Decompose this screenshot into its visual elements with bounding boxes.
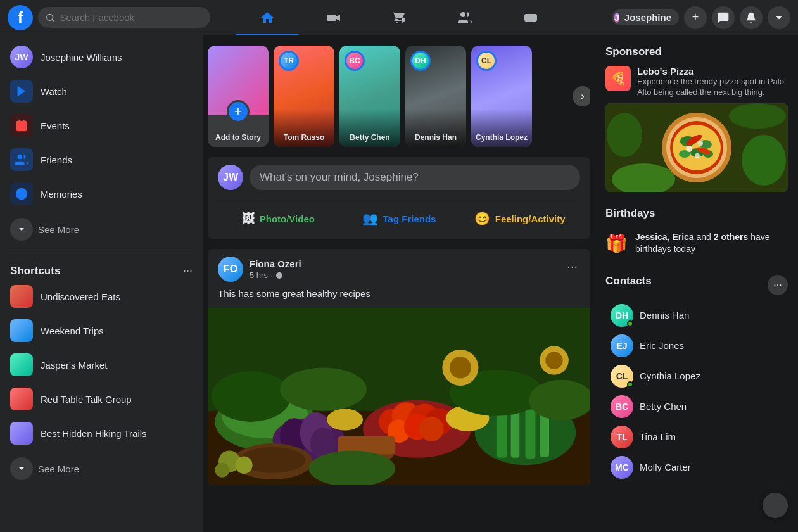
story-card-cynthia[interactable]: CL Cynthia Lopez xyxy=(471,46,532,147)
photo-video-icon: 🖼 xyxy=(242,212,255,226)
search-bar[interactable] xyxy=(38,7,210,28)
stories-next-button[interactable]: › xyxy=(573,86,590,106)
contacts-header: Contacts ··· xyxy=(605,275,788,295)
notifications-button[interactable] xyxy=(740,6,763,29)
menu-button[interactable] xyxy=(768,6,790,29)
contact-avatar: BC xyxy=(611,395,633,418)
svg-point-3 xyxy=(460,12,466,17)
nav-watch[interactable] xyxy=(301,3,365,33)
contact-name: Dennis Han xyxy=(640,310,689,320)
nav-gaming[interactable] xyxy=(499,3,562,33)
post-input-row: JW What's on your mind, Josephine? xyxy=(218,165,580,190)
svg-point-43 xyxy=(235,457,252,474)
marketplace-icon xyxy=(391,10,407,25)
sponsored-name: Lebo's Pizza xyxy=(637,66,788,77)
new-chat-button[interactable] xyxy=(763,493,788,518)
contact-name: Betty Chen xyxy=(640,401,687,412)
contact-avatar: MC xyxy=(611,456,633,479)
stories-row: Add to Story + TR Tom Russo BC Betty Che… xyxy=(208,46,590,147)
add-story-card[interactable]: Add to Story + xyxy=(208,46,269,147)
shortcut-icon xyxy=(10,285,33,308)
svg-point-65 xyxy=(686,146,692,152)
sidebar-item-events[interactable]: Events xyxy=(5,109,198,142)
birthday-text: Jessica, Erica and 2 others have birthda… xyxy=(635,231,788,256)
feeling-button[interactable]: 😊 Feeling/Activity xyxy=(459,206,580,231)
contact-item-betty[interactable]: BC Betty Chen xyxy=(605,391,788,422)
story-card-betty[interactable]: BC Betty Chen xyxy=(339,46,400,147)
sponsored-image xyxy=(605,103,788,192)
svg-point-71 xyxy=(729,103,786,129)
shortcut-icon xyxy=(10,319,33,342)
main-layout: JW Josephine Williams Watch Events Frien… xyxy=(0,35,798,532)
contact-item-dennis[interactable]: DH Dennis Han xyxy=(605,300,788,331)
birthday-names: Jessica, Erica xyxy=(635,232,694,242)
search-input[interactable] xyxy=(60,12,203,23)
post-placeholder: What's on your mind, Josephine? xyxy=(260,171,419,183)
svg-rect-36 xyxy=(540,412,549,457)
birthday-item[interactable]: 🎁 Jessica, Erica and 2 others have birth… xyxy=(605,227,788,260)
sidebar-item-profile[interactable]: JW Josephine Williams xyxy=(5,41,198,73)
see-more-shortcuts-label: See More xyxy=(38,464,79,474)
post-options-button[interactable]: ··· xyxy=(564,256,580,276)
avatar: JW xyxy=(10,46,33,68)
svg-marker-2 xyxy=(336,15,340,21)
contact-item-eric[interactable]: EJ Eric Jones xyxy=(605,331,788,361)
online-indicator xyxy=(627,320,633,327)
dot-separator: · xyxy=(270,270,273,280)
gaming-icon xyxy=(523,10,538,25)
nav-marketplace[interactable] xyxy=(367,3,431,33)
messenger-button[interactable] xyxy=(712,6,735,29)
birthdays-section: Birthdays 🎁 Jessica, Erica and 2 others … xyxy=(605,207,788,260)
topbar-left: f xyxy=(8,5,210,30)
story-card-tom[interactable]: TR Tom Russo xyxy=(274,46,334,147)
topbar-right: J Josephine + xyxy=(588,6,790,29)
post-author: FO Fiona Ozeri 5 hrs · xyxy=(218,256,301,282)
sidebar-item-hiking[interactable]: Best Hidden Hiking Trails xyxy=(5,417,198,450)
sidebar-item-label: Memories xyxy=(41,189,82,200)
action-label: Feeling/Activity xyxy=(495,213,566,224)
svg-point-44 xyxy=(215,463,229,478)
contact-item-tina[interactable]: TL Tina Lim xyxy=(605,422,788,452)
facebook-logo[interactable]: f xyxy=(8,5,33,30)
feed: Add to Story + TR Tom Russo BC Betty Che… xyxy=(203,35,595,532)
sidebar-item-label: Weekend Trips xyxy=(41,326,104,336)
add-button[interactable]: + xyxy=(684,6,707,29)
shortcut-icon xyxy=(10,353,33,376)
sidebar-item-jaspers-market[interactable]: Jasper's Market xyxy=(5,348,198,381)
post-box: JW What's on your mind, Josephine? 🖼 Pho… xyxy=(208,157,590,239)
svg-point-10 xyxy=(18,155,22,159)
tag-friends-button[interactable]: 👥 Tag Friends xyxy=(339,206,460,231)
contact-name: Eric Jones xyxy=(640,340,684,351)
nav-home[interactable] xyxy=(236,3,299,33)
author-avatar: FO xyxy=(218,256,243,282)
svg-rect-34 xyxy=(511,411,520,458)
sidebar-item-label: Watch xyxy=(41,86,67,97)
contact-avatar: CL xyxy=(611,365,633,388)
nav-groups[interactable] xyxy=(433,3,497,33)
contacts-more-button[interactable]: ··· xyxy=(768,275,788,295)
contact-avatar: TL xyxy=(611,426,633,448)
profile-chip[interactable]: J Josephine xyxy=(612,10,679,25)
contact-item-molly[interactable]: MC Molly Carter xyxy=(605,452,788,483)
sidebar-item-undiscovered-eats[interactable]: Undiscovered Eats xyxy=(5,280,198,313)
add-story-button[interactable]: + xyxy=(227,100,250,123)
shortcuts-more-button[interactable]: ··· xyxy=(183,264,193,277)
see-more-shortcuts-button[interactable]: See More xyxy=(5,452,198,485)
sidebar-item-watch[interactable]: Watch xyxy=(5,75,198,108)
photo-video-button[interactable]: 🖼 Photo/Video xyxy=(218,206,339,231)
svg-rect-33 xyxy=(497,414,507,457)
svg-point-69 xyxy=(742,135,786,186)
svg-point-41 xyxy=(309,450,396,485)
see-more-nav-button[interactable]: See More xyxy=(5,213,198,246)
story-card-dennis[interactable]: DH Dennis Han xyxy=(405,46,466,147)
contact-item-cynthia[interactable]: CL Cynthia Lopez xyxy=(605,361,788,391)
author-info: Fiona Ozeri 5 hrs · xyxy=(250,258,301,280)
sidebar-item-red-table[interactable]: Red Table Talk Group xyxy=(5,383,198,415)
sidebar-item-weekend-trips[interactable]: Weekend Trips xyxy=(5,314,198,347)
sidebar-item-memories[interactable]: Memories xyxy=(5,177,198,210)
svg-marker-5 xyxy=(18,86,26,97)
sidebar-item-friends[interactable]: Friends xyxy=(5,143,198,176)
story-label: Tom Russo xyxy=(274,133,334,142)
svg-point-68 xyxy=(607,113,642,157)
post-input[interactable]: What's on your mind, Josephine? xyxy=(250,165,580,190)
